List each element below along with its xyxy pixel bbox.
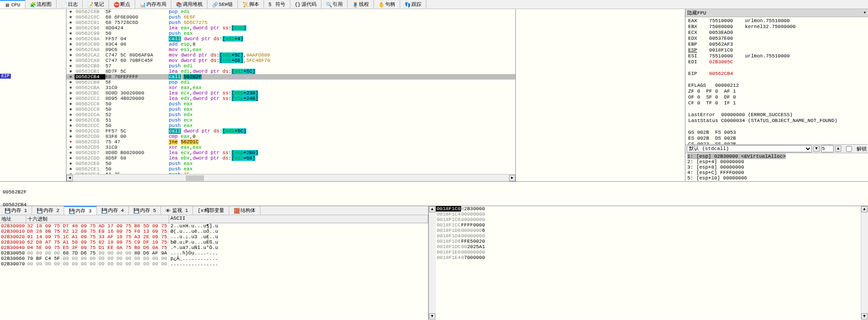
- dump-row[interactable]: 02B3002091 14 09 751C A1 09 7533 AF 10 7…: [0, 234, 428, 240]
- disasm-row[interactable]: ●00562CCDFF57 5Ccall dword ptr ds:[edi+5…: [66, 128, 515, 134]
- breakpoint-dot-icon[interactable]: ▾: [66, 139, 75, 145]
- disasm-row[interactable]: ●00562C9168 75726C6Dpush 6D6C7275: [66, 20, 515, 25]
- stack-row[interactable]: 0018F1D400000000: [436, 233, 861, 239]
- tab-引用[interactable]: 🔍引用: [321, 0, 348, 9]
- breakpoint-dot-icon[interactable]: ●: [66, 155, 75, 161]
- disasm-row[interactable]: ●00562CD78D8D B0020000lea ecx,dword ptr …: [66, 150, 515, 155]
- disasm-row[interactable]: ●00562C9AFF57 04call dword ptr ds:[edi+4…: [66, 36, 515, 42]
- breakpoint-dot-icon[interactable]: ●: [66, 150, 75, 155]
- disasm-row[interactable]: ●00562C968D0424lea eax,dword ptr ss:[esp…: [66, 25, 515, 31]
- stack-row[interactable]: 0018F1C400000000: [436, 212, 861, 217]
- tab-日志[interactable]: 📄日志: [57, 0, 83, 9]
- hexdump-view[interactable]: 地址 十六进制 ASCII 02B3000032 18 09 75D7 48 0…: [0, 215, 428, 320]
- args-dec-button[interactable]: ▼: [813, 146, 820, 152]
- tab-源代码[interactable]: {}源代码: [290, 0, 321, 9]
- breakpoint-dot-icon[interactable]: ●: [66, 36, 75, 42]
- breakpoint-dot-icon[interactable]: ●: [66, 166, 75, 172]
- disasm-row[interactable]: ●00562CBC8D8D 30020000lea ecx,dword ptr …: [66, 90, 515, 96]
- stack-row[interactable]: 0018F1CCFFFF0000: [436, 222, 861, 228]
- disasm-row[interactable]: ●00562CCA52push edx: [66, 112, 515, 118]
- dump-row[interactable]: 02B3005000 00 00 0068 7D D6 7500 00 00 0…: [0, 250, 428, 256]
- breakpoint-dot-icon[interactable]: ●: [66, 161, 75, 166]
- scroll-down-icon[interactable]: ▼: [861, 313, 868, 320]
- breakpoint-dot-icon[interactable]: ●: [66, 128, 75, 134]
- dump-tab[interactable]: 💾内存 5: [129, 206, 161, 215]
- disasm-row[interactable]: ●00562CA9C747 60 70BFC45Fmov dword ptr d…: [66, 58, 515, 63]
- breakpoint-dot-icon[interactable]: ●: [66, 20, 75, 25]
- breakpoint-dot-icon[interactable]: ●: [66, 101, 75, 107]
- breakpoint-dot-icon[interactable]: ●: [66, 112, 75, 118]
- registers-pane[interactable]: 隐藏FPU ▾ EAX 75510000 urlmon.75510000 EBX…: [685, 9, 868, 144]
- callconv-select[interactable]: 默认 (stdcall): [687, 145, 812, 152]
- dump-col-hex[interactable]: 十六进制: [26, 215, 169, 223]
- disasm-row[interactable]: ●00562CB18D7F 5Clea edi,dword ptr ds:[ed…: [66, 69, 515, 74]
- call-args-view[interactable]: 1: [esp] 02B30000 <&VirtualAlloc> 2: [es…: [685, 153, 868, 181]
- breakpoint-dot-icon[interactable]: ●: [66, 123, 75, 128]
- breakpoint-dot-icon[interactable]: ●: [66, 47, 75, 52]
- disasm-row[interactable]: ●00562C8C68 6F6E0000push 6E6F: [66, 14, 515, 20]
- stack-vscroll[interactable]: ▲▼: [861, 206, 868, 320]
- dump-row[interactable]: 02B3006070 BF C4 5F00 00 00 0000 00 00 0…: [0, 256, 428, 261]
- stack-row[interactable]: 0018F1C800000000: [436, 217, 861, 222]
- disasm-row[interactable]: ●00562CD531C0xor eax,eax: [66, 145, 515, 150]
- tab-内存布局[interactable]: 📊内存布局: [135, 0, 171, 9]
- scroll-thumb[interactable]: [186, 175, 204, 181]
- stack-row[interactable]: 0018F1E000000000: [436, 249, 861, 255]
- breakpoint-dot-icon[interactable]: ●: [66, 42, 75, 47]
- stack-row[interactable]: 0018F1E407000000: [436, 255, 861, 260]
- dump-tab[interactable]: 💾内存 3: [64, 206, 96, 215]
- dump-row[interactable]: 02B30010D8 28 0B 7582 12 09 75E9 16 09 7…: [0, 229, 428, 234]
- breakpoint-dot-icon[interactable]: ●: [66, 25, 75, 31]
- disasm-row[interactable]: ●00562CCB51push ecx: [66, 118, 515, 123]
- disasm-row[interactable]: ●00562CA089C6mov esi,eax: [66, 47, 515, 52]
- disassembly-view[interactable]: ●00562C8B5Fpop edi●00562C8C68 6F6E0000pu…: [66, 9, 515, 174]
- disasm-row[interactable]: ●00562CC28D95 4B020000lea edx,dword ptr …: [66, 96, 515, 101]
- breakpoint-dot-icon[interactable]: ●: [66, 172, 75, 174]
- tab-脚本[interactable]: 📜脚本: [238, 0, 264, 9]
- dump-tab[interactable]: 💾内存 1: [0, 206, 32, 215]
- disasm-row[interactable]: ▾00562CD375 47jne 562D1C: [66, 139, 515, 145]
- dump-col-addr[interactable]: 地址: [0, 215, 26, 223]
- breakpoint-dot-icon[interactable]: ●: [66, 31, 75, 36]
- disasm-row[interactable]: ●00562CE150push eax: [66, 166, 515, 172]
- disasm-row[interactable]: ●00562CDD8D5F 68lea ebx,dword ptr ds:[ed…: [66, 155, 515, 161]
- tab-线程[interactable]: 🧵线程: [348, 0, 374, 9]
- scroll-right-icon[interactable]: ►: [509, 175, 515, 181]
- disasm-row[interactable]: ●00562CE050push eax: [66, 161, 515, 166]
- dump-row[interactable]: 02B3004004 5E 09 75E5 3F 09 75D1 EE 0A 7…: [0, 245, 428, 250]
- tab-跟踪[interactable]: 👣跟踪: [400, 0, 426, 9]
- scroll-left-icon[interactable]: ◄: [66, 175, 73, 181]
- unlock-checkbox[interactable]: [843, 146, 855, 152]
- dump-tab[interactable]: 💾内存 4: [97, 206, 129, 215]
- tab-符号[interactable]: §符号: [264, 0, 290, 9]
- tab-调用堆栈[interactable]: 📚调用堆栈: [171, 0, 208, 9]
- dump-vscroll[interactable]: ▲▼: [429, 206, 436, 320]
- disasm-row[interactable]: ●00562CD083F8 00cmp eax,0: [66, 134, 515, 139]
- tab-句柄[interactable]: ✋句柄: [374, 0, 400, 9]
- breakpoint-dot-icon[interactable]: ●: [66, 14, 75, 20]
- dump-tab[interactable]: 🧱结构体: [229, 206, 260, 215]
- tab-笔记[interactable]: 📝笔记: [83, 0, 109, 9]
- dump-tab[interactable]: [x=]局部变量: [193, 206, 229, 215]
- breakpoint-dot-icon[interactable]: ●: [66, 69, 75, 74]
- disasm-row[interactable]: ●00562CB4E8 76FEFFFFcall 562B2F: [66, 74, 515, 80]
- disasm-row[interactable]: ●00562CC950push eax: [66, 107, 515, 112]
- stack-row[interactable]: 0018F1D000000006: [436, 228, 861, 233]
- breakpoint-dot-icon[interactable]: ●: [66, 80, 75, 85]
- stack-row[interactable]: 0018F1D8FFE50020: [436, 239, 861, 244]
- breakpoint-dot-icon[interactable]: ●: [66, 107, 75, 112]
- breakpoint-dot-icon[interactable]: ●: [66, 145, 75, 150]
- disasm-row[interactable]: ●00562CCC50push eax: [66, 123, 515, 128]
- registers-header[interactable]: 隐藏FPU ▾: [685, 9, 868, 17]
- tab-断点[interactable]: ⛔断点: [109, 0, 135, 9]
- breakpoint-dot-icon[interactable]: ●: [66, 9, 75, 14]
- disasm-row[interactable]: ●00562CB057push edi: [66, 63, 515, 69]
- disasm-hscroll[interactable]: ◄ ►: [66, 174, 515, 181]
- disasm-row[interactable]: ●00562CBA31C0xor eax,eax: [66, 85, 515, 90]
- disasm-row[interactable]: ●00562CB95Fpop edi: [66, 80, 515, 85]
- scroll-up-icon[interactable]: ▲: [861, 206, 868, 212]
- breakpoint-dot-icon[interactable]: ●: [66, 134, 75, 139]
- disasm-row[interactable]: ●00562CC850push eax: [66, 101, 515, 107]
- breakpoint-dot-icon[interactable]: ●: [66, 96, 75, 101]
- args-inc-button[interactable]: ▲: [835, 146, 841, 152]
